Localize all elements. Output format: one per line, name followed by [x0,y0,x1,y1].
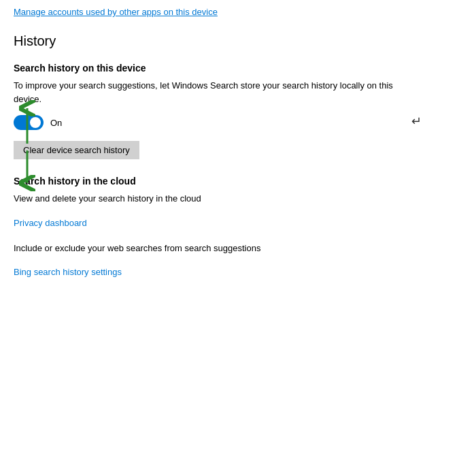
toggle-state-label: On [50,118,62,128]
clear-device-search-history-button[interactable]: Clear device search history [14,141,139,159]
web-search-description: Include or exclude your web searches fro… [14,242,408,255]
toggle-row: On ↵ [14,115,462,130]
privacy-dashboard-link[interactable]: Privacy dashboard [14,218,87,228]
cloud-history-section: Search history in the cloud View and del… [14,176,462,228]
device-subsection-title: Search history on this device [14,63,462,74]
search-history-toggle[interactable] [14,115,44,130]
cloud-subsection-title: Search history in the cloud [14,176,462,187]
top-section: Manage accounts used by other apps on th… [0,0,476,28]
web-search-section: Include or exclude your web searches fro… [14,242,462,278]
device-description: To improve your search suggestions, let … [14,79,408,106]
manage-accounts-link[interactable]: Manage accounts used by other apps on th… [0,0,476,28]
cloud-description: View and delete your search history in t… [14,192,408,206]
history-title: History [14,33,462,49]
cursor-icon: ↵ [411,114,422,129]
bing-search-history-link[interactable]: Bing search history settings [14,267,122,277]
toggle-thumb [30,117,41,128]
device-search-history-section: Search history on this device To improve… [14,63,462,159]
annotation-block: Clear device search history [14,141,462,159]
